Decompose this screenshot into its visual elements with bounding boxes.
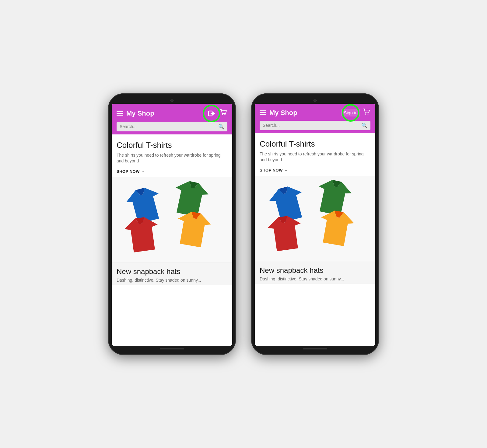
search-input-1[interactable] (120, 124, 216, 129)
bottom-title-1: New snapback hats (117, 267, 227, 276)
phone-2: My Shop Sign in (251, 93, 379, 355)
app-header-2: My Shop Sign in (255, 104, 375, 133)
header-actions-1 (206, 108, 227, 119)
tshirts-area-2 (255, 176, 375, 261)
svg-point-5 (367, 113, 369, 115)
bottom-section-1: New snapback hats Dashing, distinctive. … (112, 262, 232, 285)
header-actions-2: Sign in (341, 108, 370, 118)
tshirts-svg-1 (115, 180, 229, 259)
header-top-1: My Shop (117, 108, 227, 119)
phone-camera-2 (314, 99, 317, 102)
cart-icon-2[interactable] (363, 108, 370, 118)
app-title-2: My Shop (269, 109, 338, 117)
tshirts-svg-2 (258, 179, 372, 258)
phone-bottom-bar-1 (160, 348, 184, 349)
bottom-subtitle-1: Dashing, distinctive. Stay shaded on sun… (117, 278, 227, 283)
bottom-section-2: New snapback hats Dashing, distinctive. … (255, 261, 375, 284)
hero-section-2: Colorful T-shirts The shirts you need to… (255, 133, 375, 176)
hamburger-menu-2[interactable] (260, 110, 266, 115)
header-top-2: My Shop Sign in (260, 108, 370, 118)
signin-icon-wrapper (206, 108, 217, 119)
cart-icon-1[interactable] (219, 109, 227, 118)
app-header-1: My Shop (112, 104, 232, 134)
phone-2-screen: My Shop Sign in (255, 104, 375, 346)
search-bar-1: 🔍 (117, 122, 227, 131)
search-input-2[interactable] (263, 123, 359, 128)
hamburger-menu-1[interactable] (117, 111, 123, 116)
screen-content-1: Colorful T-shirts The shirts you need to… (112, 134, 232, 346)
signin-text-button[interactable]: Sign in (341, 109, 360, 116)
phone-1: My Shop (108, 93, 236, 355)
shop-now-btn-2[interactable]: SHOP NOW → (260, 168, 288, 172)
hero-title-1: Colorful T-shirts (117, 141, 227, 150)
svg-point-3 (224, 114, 226, 115)
search-icon-1[interactable]: 🔍 (218, 124, 224, 130)
phone-camera (170, 99, 173, 102)
tshirts-area-1 (112, 177, 232, 262)
hero-subtitle-2: The shirts you need to refresh your ward… (260, 151, 370, 163)
comparison-view: My Shop (108, 93, 379, 355)
cart-svg-1 (219, 109, 227, 116)
signin-icon-button[interactable] (206, 108, 217, 119)
search-icon-2[interactable]: 🔍 (361, 123, 367, 128)
phone-1-screen: My Shop (112, 104, 232, 346)
cart-svg-2 (363, 108, 370, 116)
bottom-subtitle-2: Dashing, distinctive. Stay shaded on sun… (260, 276, 370, 281)
screen-content-2: Colorful T-shirts The shirts you need to… (255, 133, 375, 346)
search-bar-2: 🔍 (260, 121, 370, 130)
hero-section-1: Colorful T-shirts The shirts you need to… (112, 134, 232, 177)
signin-text-wrapper: Sign in (341, 109, 360, 116)
svg-point-4 (365, 113, 366, 115)
phone-bottom-bar-2 (303, 348, 327, 349)
login-icon (207, 109, 216, 118)
bottom-title-2: New snapback hats (260, 266, 370, 275)
hero-subtitle-1: The shirts you need to refresh your ward… (117, 152, 227, 164)
svg-point-2 (222, 114, 223, 115)
app-title-1: My Shop (126, 109, 203, 117)
hero-title-2: Colorful T-shirts (260, 139, 370, 149)
shop-now-btn-1[interactable]: SHOP NOW → (117, 169, 145, 174)
